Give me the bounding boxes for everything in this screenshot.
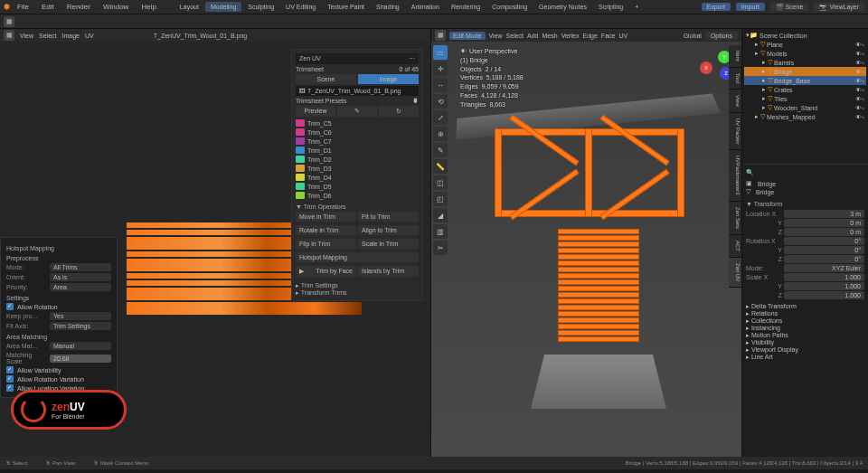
rotate-button[interactable]: Rotate in Trim (296, 225, 356, 235)
scale-y-value[interactable]: 1.000 (784, 282, 864, 290)
vp-menu-face[interactable]: Face (601, 33, 616, 39)
move-button[interactable]: Move in Trim (296, 212, 356, 222)
vp-menu-edge[interactable]: Edge (583, 33, 598, 39)
vp-menu-view[interactable]: View (489, 33, 503, 39)
prop-section[interactable]: ▸ Viewport Display (746, 346, 864, 354)
trim-item[interactable]: Trim_D2 (296, 155, 419, 164)
workspace-add[interactable]: + (629, 2, 644, 12)
restrict-icon[interactable]: ▫ (863, 96, 864, 102)
vtab-uvpacker[interactable]: UV Packer (729, 113, 741, 151)
knife-tool[interactable]: ✂ (433, 241, 448, 255)
prop-obj-name[interactable]: Bridge (758, 181, 776, 187)
vtab-zenuv[interactable]: Zen UV (729, 258, 741, 288)
vtab-uvpackmaster[interactable]: UVPackmaster3 (729, 150, 741, 201)
allow-variability-check[interactable]: Allow Variability (6, 366, 111, 374)
workspace-modeling[interactable]: Modeling (205, 2, 241, 12)
select-tool[interactable]: ▭ (433, 45, 448, 60)
workspace-geonodes[interactable]: Geometry Nodes (533, 2, 592, 12)
allow-rotation-check[interactable]: Allow Rotation (6, 303, 111, 310)
trim-item[interactable]: Trim_C7 (296, 137, 419, 146)
scale-x-value[interactable]: 1.000 (784, 273, 864, 281)
uv-editor-icon[interactable]: ▦ (4, 30, 14, 41)
prop-section[interactable]: ▸ Relations (746, 310, 864, 317)
trim-item[interactable]: Trim_D1 (296, 146, 419, 155)
vp-menu-select[interactable]: Select (506, 33, 524, 39)
uv-menu-image[interactable]: Image (62, 33, 80, 39)
priority-value[interactable]: Area (50, 283, 111, 291)
loc-z-value[interactable]: 0 m (784, 228, 864, 236)
eye-icon[interactable]: 👁 (855, 69, 862, 75)
outliner-item[interactable]: ▸▽Bridge👁▫ (744, 67, 866, 76)
tab-scene[interactable]: Scene (296, 74, 356, 84)
prop-section[interactable]: ▸ Collections (746, 317, 864, 325)
workspace-layout[interactable]: Layout (175, 2, 204, 12)
restrict-icon[interactable]: ▫ (863, 105, 864, 111)
transform-trims-section[interactable]: Transform Trims (301, 289, 347, 296)
prop-section[interactable]: ▸ Motion Paths (746, 332, 864, 339)
import-button[interactable]: Import (736, 3, 765, 11)
eye-icon[interactable]: 👁 (855, 87, 862, 93)
tab-image[interactable]: Image (358, 74, 419, 84)
restrict-icon[interactable]: ▫ (863, 87, 864, 93)
vtab-item[interactable]: Item (729, 45, 741, 68)
editor-type-icon[interactable]: ▦ (4, 16, 14, 27)
outliner-item[interactable]: ▸▽Tiles👁▫ (744, 94, 866, 103)
texture-name-field[interactable]: T_ZenUV_Trim_Wood_01_B.png (154, 33, 248, 39)
rotate-tool[interactable]: ⟲ (433, 94, 448, 109)
rot-y-value[interactable]: 0° (784, 246, 864, 254)
uv-menu-uv[interactable]: UV (85, 33, 94, 39)
nav-gizmo[interactable]: X Y Z (700, 47, 732, 80)
workspace-texture[interactable]: Texture Paint (322, 2, 370, 12)
eye-icon[interactable]: 👁 (855, 105, 862, 111)
eye-icon[interactable]: 👁 (855, 42, 862, 48)
inset-tool[interactable]: ◰ (433, 192, 448, 206)
restrict-icon[interactable]: ▫ (863, 60, 864, 66)
edit-icon[interactable]: ✎ (337, 106, 377, 117)
prop-section[interactable]: ▸ Delta Transform (746, 303, 864, 310)
scale-tool[interactable]: ⤢ (433, 110, 448, 125)
close-icon[interactable]: ⋯ (409, 55, 415, 62)
outliner-scene-collection[interactable]: ▾📁Scene Collection (744, 31, 866, 40)
workspace-sculpting[interactable]: Sculpting (242, 2, 279, 12)
align-button[interactable]: Align to Trim (358, 225, 419, 235)
outliner-item[interactable]: ▸▽Models👁▫ (744, 49, 866, 58)
vtab-act[interactable]: ACT (729, 235, 741, 258)
hotspot-map-button[interactable]: Hotspot Mapping (296, 252, 419, 262)
global-dropdown[interactable]: Global (684, 33, 702, 39)
scale-value[interactable]: 20.68 (50, 355, 111, 363)
trim-by-face-button[interactable]: ▶ Trim by Face (296, 266, 356, 277)
fit-value[interactable]: Trim Settings (50, 322, 111, 330)
prop-section[interactable]: ▸ Line Art (746, 354, 864, 361)
vtab-view[interactable]: View (729, 90, 741, 113)
eye-icon[interactable]: 👁 (855, 60, 862, 66)
outliner-item[interactable]: ▸▽Plane👁▫ (744, 40, 866, 49)
scale-z-value[interactable]: 1.000 (784, 291, 864, 299)
rot-x-value[interactable]: 0° (784, 237, 864, 245)
file-row[interactable]: 🖼T_ZenUV_Trim_Wood_01_B.png (296, 86, 419, 96)
prop-section[interactable]: ▸ Visibility (746, 339, 864, 346)
uv-menu-select[interactable]: Select (39, 33, 56, 39)
menu-edit[interactable]: Edit (36, 1, 60, 13)
restrict-icon[interactable]: ▫ (863, 78, 864, 84)
workspace-uv[interactable]: UV Editing (280, 2, 321, 12)
scale-button[interactable]: Scale in Trim (358, 239, 419, 249)
prop-section[interactable]: ▸ Instancing (746, 325, 864, 332)
vtab-tool[interactable]: Tool (729, 68, 741, 90)
outliner-item[interactable]: ▸▽Meshes_Mapped👁▫ (744, 112, 866, 121)
menu-help[interactable]: Help (136, 1, 161, 13)
prop-mesh-name[interactable]: Bridge (756, 189, 774, 195)
loopcut-tool[interactable]: ▥ (433, 224, 448, 239)
vp-menu-uv[interactable]: UV (618, 33, 627, 39)
orient-value[interactable]: As is (50, 273, 111, 281)
loc-y-value[interactable]: 0 m (784, 219, 864, 227)
islands-by-trim-button[interactable]: Islands by Trim (358, 266, 419, 277)
eye-icon[interactable]: 👁 (855, 78, 862, 84)
outliner-item[interactable]: ▸▽Barrels👁▫ (744, 58, 866, 67)
eye-icon[interactable]: 👁 (855, 51, 862, 57)
workspace-shading[interactable]: Shading (371, 2, 405, 12)
presets-dropdown-icon[interactable]: 🡇 (412, 98, 419, 104)
preview-button[interactable]: Preview (296, 106, 335, 117)
axis-x-icon[interactable]: X (700, 61, 712, 74)
cursor-tool[interactable]: ✛ (433, 61, 448, 76)
eye-icon[interactable]: 👁 (855, 96, 862, 102)
